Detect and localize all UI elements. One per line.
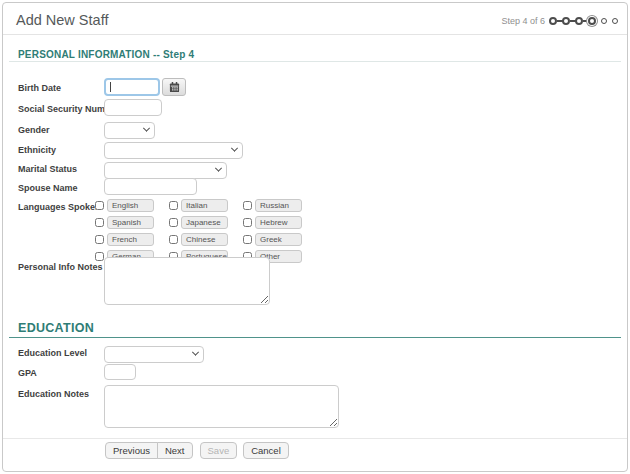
footer-divider [3, 438, 627, 439]
add-new-staff-page: Add New Staff Step 4 of 6 PERSONAL INFOR… [2, 2, 628, 472]
birth-date-label: Birth Date [18, 83, 61, 93]
step-dot-6[interactable] [612, 18, 618, 24]
language-option: Chinese [169, 233, 243, 246]
language-pill[interactable]: Japanese [181, 216, 228, 229]
language-checkbox[interactable] [169, 218, 178, 227]
save-button[interactable]: Save [200, 442, 238, 459]
personal-section-rule [9, 61, 621, 62]
spouse-name-label: Spouse Name [18, 183, 78, 193]
calendar-icon [169, 82, 180, 93]
language-option: Greek [243, 233, 317, 246]
ethnicity-select[interactable] [104, 142, 243, 159]
language-pill[interactable]: Hebrew [255, 216, 302, 229]
education-section-rule [9, 337, 621, 338]
languages-grid: EnglishItalianRussianSpanishJapaneseHebr… [95, 199, 317, 263]
language-option: French [95, 233, 169, 246]
language-option: Japanese [169, 216, 243, 229]
language-checkbox[interactable] [243, 235, 252, 244]
education-level-select-wrap [104, 344, 204, 361]
header-divider [3, 34, 627, 35]
education-notes-label: Education Notes [18, 389, 89, 399]
previous-button[interactable]: Previous [105, 442, 158, 459]
text-caret [110, 82, 111, 92]
step-dot-4-current[interactable] [588, 17, 596, 25]
language-pill[interactable]: Greek [255, 233, 302, 246]
step-text: Step 4 of 6 [501, 16, 545, 26]
personal-info-notes-label: Personal Info Notes [18, 262, 103, 272]
language-option: English [95, 199, 169, 212]
step-indicator: Step 4 of 6 [501, 16, 618, 26]
language-checkbox[interactable] [169, 201, 178, 210]
next-button[interactable]: Next [157, 442, 193, 459]
gpa-label: GPA [18, 368, 37, 378]
gender-select[interactable] [104, 122, 155, 139]
cancel-button[interactable]: Cancel [243, 442, 289, 459]
marital-status-select-wrap [104, 160, 227, 177]
section-title-education: EDUCATION [18, 321, 94, 335]
language-checkbox[interactable] [243, 218, 252, 227]
education-level-label: Education Level [18, 348, 87, 358]
education-level-select[interactable] [104, 346, 204, 363]
marital-status-label: Marital Status [18, 164, 77, 174]
step-dot-5[interactable] [601, 18, 607, 24]
language-checkbox[interactable] [95, 235, 104, 244]
language-checkbox[interactable] [169, 235, 178, 244]
language-option: Russian [243, 199, 317, 212]
language-pill[interactable]: Italian [181, 199, 228, 212]
gpa-input[interactable] [104, 364, 136, 380]
language-pill[interactable]: French [107, 233, 154, 246]
section-title-personal: PERSONAL INFORMATION -- Step 4 [18, 49, 194, 60]
language-option: Spanish [95, 216, 169, 229]
language-checkbox[interactable] [243, 201, 252, 210]
ethnicity-label: Ethnicity [18, 145, 56, 155]
education-notes-textarea[interactable] [104, 385, 339, 428]
marital-status-select[interactable] [104, 162, 227, 179]
calendar-button[interactable] [162, 78, 186, 96]
language-pill[interactable]: Chinese [181, 233, 228, 246]
language-checkbox[interactable] [95, 252, 104, 261]
language-pill[interactable]: English [107, 199, 154, 212]
language-option: Italian [169, 199, 243, 212]
language-pill[interactable]: Russian [255, 199, 302, 212]
languages-spoken-label: Languages Spoken [18, 202, 101, 212]
language-checkbox[interactable] [95, 201, 104, 210]
ethnicity-select-wrap [104, 140, 243, 157]
spouse-name-input[interactable] [104, 178, 197, 195]
ssn-input[interactable] [104, 99, 162, 116]
gender-label: Gender [18, 125, 50, 135]
language-option: Hebrew [243, 216, 317, 229]
birth-date-input[interactable] [104, 78, 160, 96]
language-pill[interactable]: Spanish [107, 216, 154, 229]
page-title: Add New Staff [16, 12, 108, 28]
gender-select-wrap [104, 120, 155, 137]
language-checkbox[interactable] [95, 218, 104, 227]
personal-info-notes-textarea[interactable] [104, 257, 270, 305]
button-row: Previous Next Save Cancel [105, 442, 289, 459]
